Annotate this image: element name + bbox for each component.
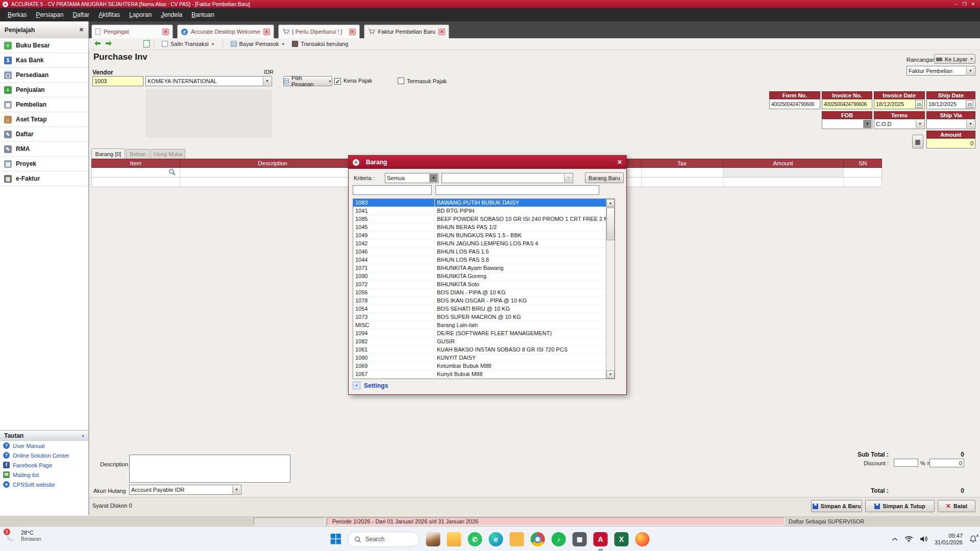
tab-pengingat[interactable]: Pengingat✕ [91, 24, 173, 38]
scroll-thumb[interactable] [606, 208, 615, 240]
menu-jendela[interactable]: Jendela [156, 9, 187, 20]
folder-app-icon[interactable] [510, 532, 524, 546]
close-button[interactable]: ✕ [969, 2, 977, 7]
barang-baru-button[interactable]: Barang Baru [585, 172, 624, 183]
file-explorer-icon[interactable] [447, 532, 461, 546]
back-button[interactable] [93, 40, 102, 47]
item-row-1082[interactable]: 1082GUSIR [353, 338, 606, 346]
salin-transaksi-button[interactable]: Salin Transaksi▼ [158, 40, 218, 48]
item-row-1061[interactable]: 1061KUAH BAKSO INSTAN SOBASO 8 GR ISI 72… [353, 346, 606, 354]
google-chrome-icon[interactable] [531, 532, 545, 546]
amount-input[interactable]: 0 [926, 138, 975, 148]
tab-close-icon[interactable]: ✕ [162, 29, 169, 35]
scroll-down-icon[interactable]: ▼ [606, 370, 615, 379]
tab-accurate-desktop-welcome[interactable]: eAccurate Desktop Welcome✕ [177, 24, 274, 38]
invoice-no-input[interactable]: 4002500424790606 [822, 99, 872, 109]
sidebar-item-kas-bank[interactable]: $Kas Bank [0, 53, 88, 68]
item-row-1080[interactable]: 1080KUNYIT DAISY [353, 354, 606, 362]
batal-button[interactable]: ✕Batal [938, 500, 975, 512]
sidebar-item-e-faktur[interactable]: ▥e-Faktur [0, 171, 88, 186]
tab-beban[interactable]: Beban [126, 149, 150, 159]
ke-layar-button[interactable]: Ke Layar▼ [934, 54, 975, 64]
scanner-app-icon[interactable]: ▦ [573, 532, 587, 546]
ship-via-select[interactable]: ▼ [926, 119, 975, 129]
item-row-1045[interactable]: 1045BIHUN BERAS PAS 1/2 [353, 223, 606, 232]
link-online-solution-center[interactable]: ?Online Solution Center [0, 450, 88, 460]
menu-aktifitas[interactable]: Aktifitas [94, 9, 125, 20]
item-row-1072[interactable]: 1072BIHUNKITA Soto [353, 281, 606, 289]
item-row-1042[interactable]: 1042BIHUN JAGUNG LEMPENG LOS PAS 4 [353, 240, 606, 248]
spotify-icon[interactable]: ♪ [552, 532, 566, 546]
settings-link[interactable]: » Settings [353, 382, 388, 389]
explorer-close-icon[interactable]: ✕ [79, 27, 84, 33]
kriteria-select[interactable]: Semua▼ [385, 173, 438, 183]
tab-close-icon[interactable]: ✕ [349, 29, 356, 35]
whatsapp-icon[interactable]: ✆ [468, 532, 482, 546]
item-row-1083[interactable]: 1083BAWANG PUTIH BUBUK DAISY [353, 199, 606, 207]
volume-icon[interactable] [920, 536, 928, 543]
copy-icon[interactable] [143, 40, 150, 47]
simpan-tutup-button[interactable]: Simpan & Tutup [865, 500, 935, 512]
menu-berkas[interactable]: Berkas [3, 9, 31, 20]
scroll-up-icon[interactable]: ▲ [606, 199, 615, 207]
discount-percent-input[interactable] [894, 459, 918, 467]
menu-persiapan[interactable]: Persiapan [31, 9, 68, 20]
vendor-select[interactable]: KOMEYA INTERNATIONAL▼ [145, 76, 272, 86]
taskbar-clock[interactable]: 09:47 31/01/2026 [935, 533, 963, 546]
tab-barang[interactable]: Barang [0] [91, 148, 125, 159]
item-row-1044[interactable]: 1044BIHUN LOS PAS 3.8 [353, 256, 606, 264]
discount-value-input[interactable]: 0 [929, 459, 964, 467]
sidebar-item-aset-tetap[interactable]: ⌂Aset Tetap [0, 112, 88, 127]
calendar-icon[interactable]: 15 [966, 100, 973, 108]
tab-uang-muka[interactable]: Uang Muka [151, 149, 185, 159]
link-facebook-page[interactable]: fFacebook Page [0, 460, 88, 470]
sidebar-item-pembelian[interactable]: ▣Pembelian [0, 97, 88, 112]
item-row-1078[interactable]: 1078BOS IKAN OSCAR - PIPA @ 10 KG [353, 297, 606, 305]
item-row-1067[interactable]: 1067Kunyit Bubuk M88 [353, 370, 606, 379]
item-row-1071[interactable]: 1071BIHUNKITA Ayam Bawang [353, 264, 606, 272]
search-input[interactable]: Search [348, 532, 420, 547]
menu-laporan[interactable]: Laporan [125, 9, 156, 20]
termasuk-pajak-checkbox[interactable]: Termasuk Pajak [398, 78, 447, 84]
transaksi-berulang-button[interactable]: Transaksi berulang [288, 40, 352, 48]
sidebar-item-rma[interactable]: ✎RMA [0, 142, 88, 157]
fob-select[interactable]: ▼ [822, 119, 872, 129]
tab-faktur-pembelian-baru[interactable]: Faktur Pembelian Baru✕ [364, 24, 450, 38]
simpan-baru-button[interactable]: Simpan & Baru [811, 500, 862, 512]
item-row-1056[interactable]: 1056BOS DIAN - PIPA @ 10 KG [353, 289, 606, 297]
vendor-code-input[interactable]: 1003 [92, 76, 143, 86]
terms-select[interactable]: C.O.D▼ [874, 119, 925, 129]
name-filter-input[interactable] [435, 185, 599, 195]
item-row-1090[interactable]: 1090BIHUNKITA Goreng [353, 272, 606, 281]
minimize-button[interactable]: – [951, 2, 960, 7]
dialog-close-icon[interactable]: ✕ [617, 159, 622, 166]
tautan-header[interactable]: Tautan » [0, 430, 88, 441]
sidebar-item-proyek[interactable]: ▤Proyek [0, 157, 88, 171]
wifi-icon[interactable] [904, 536, 913, 543]
item-search-icon[interactable] [168, 168, 176, 177]
akun-hutang-select[interactable]: Account Payable IDR▼ [129, 485, 241, 495]
item-row-1069[interactable]: 1069Ketumbar Bubuk M88 [353, 362, 606, 370]
calculator-icon[interactable]: ▦ [912, 135, 923, 148]
link-mailing-list[interactable]: ✉Mailing list [0, 470, 88, 480]
item-row-1094[interactable]: 1094DE/RE (SOFTWARE FLEET MANAGEMENT) [353, 330, 606, 338]
item-row-1085[interactable]: 1085BEEF POWDER SOBASO 10 GR ISI 240 PRO… [353, 215, 606, 223]
form-no-input[interactable]: 4002500424790606 [769, 99, 820, 109]
photo-window-icon[interactable] [426, 532, 440, 546]
link-user-manual[interactable]: ?User Manual [0, 441, 88, 450]
microsoft-edge-icon[interactable]: e [489, 532, 503, 546]
tab-close-icon[interactable]: ✕ [263, 29, 270, 35]
print-template-select[interactable]: Faktur Pembelian▼ [906, 66, 975, 76]
ship-date-input[interactable]: 18/12/202515 [926, 99, 975, 109]
menu-bantuan[interactable]: Bantuan [187, 9, 219, 20]
tab-perlu-diperbarui[interactable]: [ Perlu Diperbarui ! ]✕ [278, 24, 360, 38]
ms-excel-icon[interactable]: X [615, 532, 629, 546]
firefox-icon[interactable] [635, 532, 650, 546]
item-row-misc[interactable]: MISCBarang Lain-lain [353, 321, 606, 330]
item-row-1049[interactable]: 1049BIHUN BUNGKUS PAS 1.5 - BBK [353, 232, 606, 240]
code-filter-input[interactable] [353, 185, 432, 195]
sidebar-item-buku-besar[interactable]: ≡Buku Besar [0, 38, 88, 53]
scrollbar[interactable]: ▲ ▼ [606, 199, 615, 379]
tray-chevron-icon[interactable] [892, 536, 898, 542]
maximize-button[interactable]: ❐ [960, 2, 969, 7]
